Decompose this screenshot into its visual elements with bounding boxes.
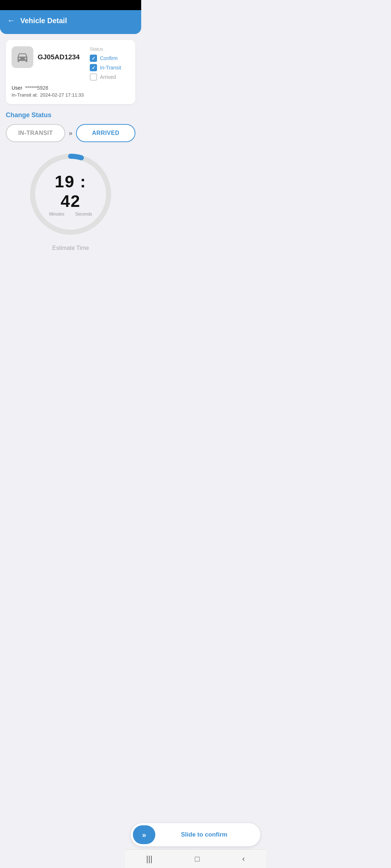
- vehicle-info: User ******5928 In-Transit at: 2024-02-2…: [12, 85, 130, 98]
- timer-display: 19 : 42 Minutes Seconds: [49, 172, 92, 217]
- arrow-icon: »: [69, 129, 72, 137]
- vehicle-card: GJ05AD1234 Status Confirm In-Transit Arr…: [6, 40, 135, 104]
- confirm-checkbox[interactable]: [90, 55, 97, 62]
- minutes-label: Minutes: [49, 212, 64, 217]
- timer-wrap: 19 : 42 Minutes Seconds Estimate Time: [6, 151, 135, 251]
- vehicle-left: GJ05AD1234: [12, 46, 80, 68]
- status-bar: [0, 0, 141, 10]
- header: ← Vehicle Detail: [0, 10, 141, 34]
- user-value: ******5928: [25, 85, 49, 91]
- arrived-label: Arrived: [100, 74, 116, 80]
- car-icon: [16, 51, 29, 64]
- page-title: Vehicle Detail: [20, 17, 67, 25]
- intransit-checkbox[interactable]: [90, 64, 97, 71]
- user-label: User: [12, 85, 22, 91]
- transit-label: In-Transit at:: [12, 92, 38, 98]
- main-content: GJ05AD1234 Status Confirm In-Transit Arr…: [0, 34, 141, 311]
- status-confirm: Confirm: [90, 55, 118, 62]
- change-status-title: Change Status: [6, 111, 135, 119]
- status-buttons: IN-TRANSIT » ARRIVED: [6, 124, 135, 142]
- status-intransit: In-Transit: [90, 64, 121, 71]
- timer-seconds: 42: [60, 192, 80, 210]
- intransit-label: In-Transit: [100, 65, 121, 71]
- transit-time: 2024-02-27 17:11:33: [40, 92, 84, 98]
- vehicle-user-row: User ******5928: [12, 85, 130, 91]
- timer-minutes: 19: [55, 172, 75, 191]
- vehicle-transit-row: In-Transit at: 2024-02-27 17:11:33: [12, 92, 130, 98]
- timer-labels: Minutes Seconds: [49, 212, 92, 217]
- estimate-label: Estimate Time: [52, 245, 89, 251]
- back-button[interactable]: ←: [7, 16, 15, 25]
- arrived-checkbox[interactable]: [90, 73, 97, 81]
- vehicle-icon: [12, 46, 33, 68]
- arrived-button[interactable]: ARRIVED: [76, 124, 135, 142]
- status-arrived: Arrived: [90, 73, 116, 81]
- confirm-label: Confirm: [100, 55, 118, 61]
- seconds-label: Seconds: [75, 212, 92, 217]
- timer-colon: :: [80, 172, 86, 191]
- vehicle-plate: GJ05AD1234: [38, 53, 80, 61]
- intransit-button[interactable]: IN-TRANSIT: [6, 124, 65, 142]
- vehicle-card-top: GJ05AD1234 Status Confirm In-Transit Arr…: [12, 46, 130, 81]
- timer-time: 19 : 42: [49, 172, 92, 211]
- status-section: Status Confirm In-Transit Arrived: [90, 46, 130, 81]
- status-heading: Status: [90, 46, 103, 52]
- timer-circle: 19 : 42 Minutes Seconds: [27, 151, 114, 238]
